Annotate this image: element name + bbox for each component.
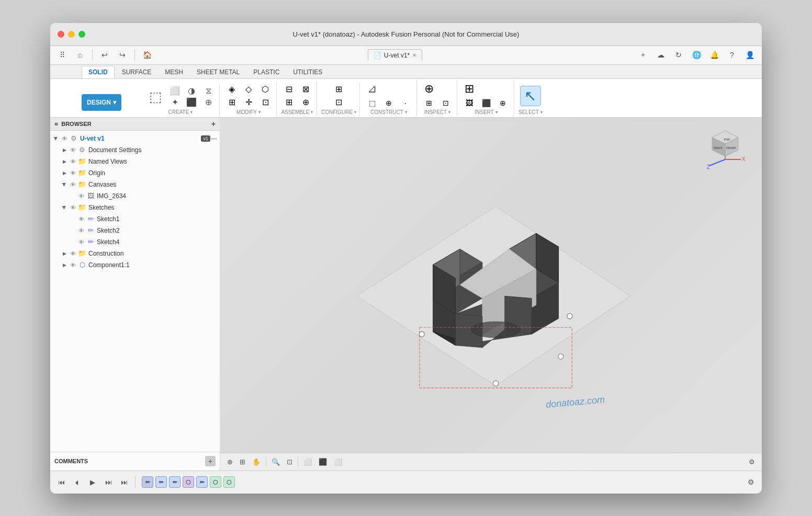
design-mode-button[interactable]: DESIGN ▾ [82, 94, 121, 111]
revolve-button[interactable]: ◑ [184, 86, 199, 96]
new-component-button[interactable]: ⬚ [145, 89, 166, 105]
named-views-visibility[interactable]: 👁 [68, 157, 77, 166]
origin-visibility[interactable]: 👁 [68, 168, 77, 178]
midplane-button[interactable]: ⬚ [364, 98, 380, 108]
manage-button[interactable]: ⊡ [331, 96, 347, 108]
canvas-button[interactable]: ⬛ [478, 98, 494, 108]
root-context-menu[interactable]: ••• [210, 135, 218, 142]
timeline-item-3[interactable]: ✏ [169, 476, 181, 488]
sweep-button[interactable]: ⧖ [200, 86, 216, 96]
pan-icon[interactable]: ✋ [250, 455, 263, 468]
sketch2-visibility[interactable]: 👁 [76, 226, 86, 235]
construct-label[interactable]: CONSTRUCT ▾ [370, 109, 407, 115]
component1-arrow[interactable]: ▶ [61, 261, 68, 269]
browser-add-icon[interactable]: + [211, 120, 216, 128]
interference-button[interactable]: ⊞ [421, 98, 437, 108]
undo-icon[interactable]: ↩ [97, 47, 112, 63]
viewcube[interactable]: Z X TOP FRONT RIGHT [704, 128, 746, 170]
root-arrow[interactable]: ▶ [52, 135, 60, 142]
viewport[interactable]: donatoaz.com Z X TOP [220, 118, 762, 471]
offset-plane-button[interactable]: ⊿ [364, 81, 380, 97]
snap-icon[interactable]: ⊕ [224, 455, 235, 468]
timeline-item-6[interactable]: ⬡ [210, 476, 221, 488]
doc-settings-arrow[interactable]: ▶ [61, 146, 68, 154]
insert-mcmaster-button[interactable]: ⊞ [461, 81, 477, 97]
select-label[interactable]: SELECT ▾ [518, 109, 543, 115]
tree-item-canvases[interactable]: ▶ 👁 📁 Canvases [50, 179, 220, 190]
tree-item-sketch1[interactable]: ▶ 👁 ✏ Sketch1 [50, 213, 220, 225]
display-mode-btn2[interactable]: ⬛ [316, 455, 330, 468]
cloud-icon[interactable]: ☁ [653, 47, 669, 63]
construction-visibility[interactable]: 👁 [68, 249, 77, 258]
insert-label[interactable]: INSERT ▾ [475, 109, 498, 115]
construction-arrow[interactable]: ▶ [61, 250, 68, 257]
joint-button[interactable]: ⊠ [298, 83, 313, 95]
zoom-icon[interactable]: 🔍 [269, 455, 283, 468]
tab-plastic[interactable]: PLASTIC [247, 66, 286, 78]
tab-mesh[interactable]: MESH [159, 66, 189, 78]
select-button[interactable]: ↖ [520, 86, 541, 106]
img-2634-visibility[interactable]: 👁 [76, 191, 86, 201]
fast-forward-button[interactable]: ⏭ [117, 475, 131, 489]
timeline-item-7[interactable]: ⬡ [223, 476, 235, 488]
chamfer-button[interactable]: ◇ [241, 83, 256, 95]
align-button[interactable]: ⊡ [257, 96, 273, 108]
home-icon[interactable]: ⌂ [72, 47, 88, 63]
doc-settings-visibility[interactable]: 👁 [68, 145, 77, 155]
refresh-icon[interactable]: ↻ [671, 47, 686, 63]
sketches-visibility[interactable]: 👁 [68, 203, 77, 212]
shell-button[interactable]: ⬡ [257, 83, 273, 95]
tree-item-root[interactable]: ▶ 👁 ⚙ U-vet v1 v1 ••• [50, 133, 220, 144]
minimize-button[interactable] [68, 31, 75, 38]
axis-button[interactable]: ⊕ [381, 98, 397, 108]
loft-button[interactable]: ✦ [167, 97, 183, 108]
tree-item-component1[interactable]: ▶ 👁 ⬡ Component1:1 [50, 259, 220, 271]
tree-item-origin[interactable]: ▶ 👁 📁 Origin [50, 167, 220, 179]
curvature-button[interactable]: ⊡ [438, 98, 454, 108]
component1-visibility[interactable]: 👁 [68, 260, 77, 270]
tab-utilities[interactable]: UTILITIES [287, 66, 329, 78]
document-tab[interactable]: 📄 U-vet v1* ✕ [368, 49, 422, 61]
fit-icon[interactable]: ⊡ [284, 455, 295, 468]
help-icon[interactable]: ? [724, 47, 740, 63]
timeline-item-5[interactable]: ✏ [196, 476, 208, 488]
home-folder-icon[interactable]: 🏠 [139, 47, 155, 63]
settings-icon[interactable]: ⚙ [746, 455, 758, 468]
tree-item-sketches[interactable]: ▶ 👁 📁 Sketches [50, 202, 220, 213]
configure-label[interactable]: CONFIGURE ▾ [321, 109, 356, 115]
extrude-button[interactable]: ⬜ [167, 86, 183, 96]
step-back-button[interactable]: ⏴ [70, 475, 84, 489]
assemble-label[interactable]: ASSEMBLE ▾ [281, 109, 313, 115]
display-mode-btn3[interactable]: ⬜ [331, 455, 345, 468]
tree-item-sketch4[interactable]: ▶ 👁 ✏ Sketch4 [50, 236, 220, 248]
joint-as-built-button[interactable]: ⊞ [281, 96, 297, 108]
timeline-item-sketch[interactable]: ✏ [142, 476, 153, 488]
play-button[interactable]: ▶ [86, 475, 99, 489]
close-button[interactable] [58, 31, 64, 38]
web-button[interactable]: ⊕ [200, 97, 216, 108]
tree-item-sketch2[interactable]: ▶ 👁 ✏ Sketch2 [50, 225, 220, 236]
point-button[interactable]: · [398, 98, 413, 108]
tab-sheet-metal[interactable]: SHEET METAL [190, 66, 246, 78]
parameters-button[interactable]: ⊞ [331, 83, 347, 95]
sketch4-visibility[interactable]: 👁 [76, 237, 86, 247]
redo-icon[interactable]: ↪ [115, 47, 130, 63]
add-comment-button[interactable]: + [205, 456, 216, 466]
inspect-label[interactable]: INSPECT ▾ [424, 109, 450, 115]
timeline-settings-icon[interactable]: ⚙ [744, 475, 758, 489]
named-views-arrow[interactable]: ▶ [61, 158, 68, 165]
tree-item-img-2634[interactable]: ▶ 👁 🖼 IMG_2634 [50, 190, 220, 202]
rib-button[interactable]: ⬛ [184, 97, 199, 108]
notification-icon[interactable]: 🔔 [706, 47, 722, 63]
tab-close-button[interactable]: ✕ [412, 52, 416, 58]
rewind-button[interactable]: ⏮ [54, 475, 68, 489]
origin-arrow[interactable]: ▶ [61, 169, 68, 177]
tree-item-construction[interactable]: ▶ 👁 📁 Construction [50, 248, 220, 259]
tab-surface[interactable]: SURFACE [116, 66, 158, 78]
globe-icon[interactable]: 🌐 [689, 47, 704, 63]
move-button[interactable]: ✛ [241, 96, 256, 108]
step-forward-button[interactable]: ⏭ [102, 475, 115, 489]
scale-button[interactable]: ⊞ [224, 96, 240, 108]
timeline-item-4[interactable]: ⬡ [183, 476, 194, 488]
root-visibility-icon[interactable]: 👁 [60, 134, 69, 143]
